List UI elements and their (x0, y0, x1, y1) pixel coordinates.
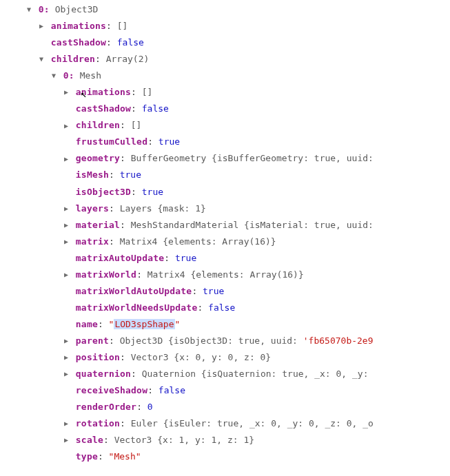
chevron-right-icon[interactable]: ▶ (62, 417, 70, 431)
chevron-right-icon[interactable]: ▶ (62, 219, 70, 232)
prop-isObject3D[interactable]: ▶ isObject3D: true (6, 184, 450, 200)
prop-material[interactable]: ▶ material: MeshStandardMaterial {isMate… (6, 217, 450, 234)
prop-castShadow[interactable]: ▶ castShadow: false (6, 101, 450, 117)
prop-frustumCulled[interactable]: ▶ frustumCulled: true (6, 134, 450, 150)
prop-type[interactable]: ▶ type: "Mesh" (6, 448, 450, 465)
prop-quaternion[interactable]: ▶ quaternion: Quaternion {isQuaternion: … (6, 366, 450, 382)
prop-geometry[interactable]: ▶ geometry: BufferGeometry {isBufferGeom… (6, 150, 450, 167)
node-child-0[interactable]: ▼ 0: Mesh (6, 68, 450, 84)
prop-matrixWorldNeedsUpdate[interactable]: ▶ matrixWorldNeedsUpdate: false (6, 300, 450, 316)
prop-castShadow[interactable]: ▶ castShadow: false (6, 34, 450, 51)
chevron-right-icon[interactable]: ▶ (62, 120, 70, 133)
prop-matrixWorldAutoUpdate[interactable]: ▶ matrixWorldAutoUpdate: true (6, 283, 450, 300)
node-root[interactable]: ▼ 0: Object3D (6, 1, 450, 18)
prop-parent[interactable]: ▶ parent: Object3D {isObject3D: true, uu… (6, 333, 450, 349)
chevron-right-icon[interactable]: ▶ (62, 434, 70, 447)
value-label: [] (117, 21, 128, 31)
chevron-down-icon[interactable]: ▼ (37, 53, 45, 66)
chevron-right-icon[interactable]: ▶ (62, 351, 70, 364)
chevron-down-icon[interactable]: ▼ (50, 70, 58, 83)
console-object-tree[interactable]: ▼ 0: Object3D ▶ animations: [] ▶ castSha… (0, 0, 450, 476)
selected-text: LOD3spShape (114, 319, 174, 329)
prop-rotation[interactable]: ▶ rotation: Euler {isEuler: true, _x: 0,… (6, 415, 450, 432)
chevron-right-icon[interactable]: ▶ (62, 236, 70, 249)
prop-receiveShadow[interactable]: ▶ receiveShadow: false (6, 382, 450, 399)
chevron-right-icon[interactable]: ▶ (62, 86, 70, 99)
prop-matrixAutoUpdate[interactable]: ▶ matrixAutoUpdate: true (6, 250, 450, 267)
expand-toggle-open[interactable]: ▼ (25, 3, 33, 17)
prop-isMesh[interactable]: ▶ isMesh: true (6, 167, 450, 183)
key-label: children (51, 54, 95, 64)
chevron-right-icon[interactable]: ▶ (62, 203, 70, 216)
value-label: Array(2) (106, 54, 150, 64)
value-label: false (117, 37, 144, 48)
prop-animations[interactable]: ▶ animations: [] (6, 84, 450, 101)
prop-name[interactable]: ▶ name: "LOD3spShape" (6, 316, 450, 333)
prop-children[interactable]: ▶ children: [] (6, 117, 450, 134)
type-label: Object3D (55, 4, 99, 14)
chevron-right-icon[interactable]: ▶ (62, 153, 70, 166)
prop-layers[interactable]: ▶ layers: Layers {mask: 1} (6, 200, 450, 217)
prop-animations[interactable]: ▶ animations: [] (6, 18, 450, 34)
prop-matrixWorld[interactable]: ▶ matrixWorld: Matrix4 {elements: Array(… (6, 267, 450, 283)
prop-scale[interactable]: ▶ scale: Vector3 {x: 1, y: 1, z: 1} (6, 432, 450, 448)
type-label: Mesh (80, 70, 101, 81)
prop-position[interactable]: ▶ position: Vector3 {x: 0, y: 0, z: 0} (6, 349, 450, 366)
prop-renderOrder[interactable]: ▶ renderOrder: 0 (6, 399, 450, 415)
prop-matrix[interactable]: ▶ matrix: Matrix4 {elements: Array(16)} (6, 234, 450, 250)
chevron-right-icon[interactable]: ▶ (62, 368, 70, 381)
chevron-right-icon[interactable]: ▶ (62, 335, 70, 348)
prop-children[interactable]: ▼ children: Array(2) (6, 51, 450, 68)
chevron-right-icon[interactable]: ▶ (37, 20, 45, 33)
index-label: 0: (63, 70, 74, 81)
key-label: castShadow (51, 37, 106, 48)
key-label: animations (51, 21, 106, 31)
chevron-right-icon[interactable]: ▶ (62, 269, 70, 282)
index-label: 0: (39, 4, 50, 14)
